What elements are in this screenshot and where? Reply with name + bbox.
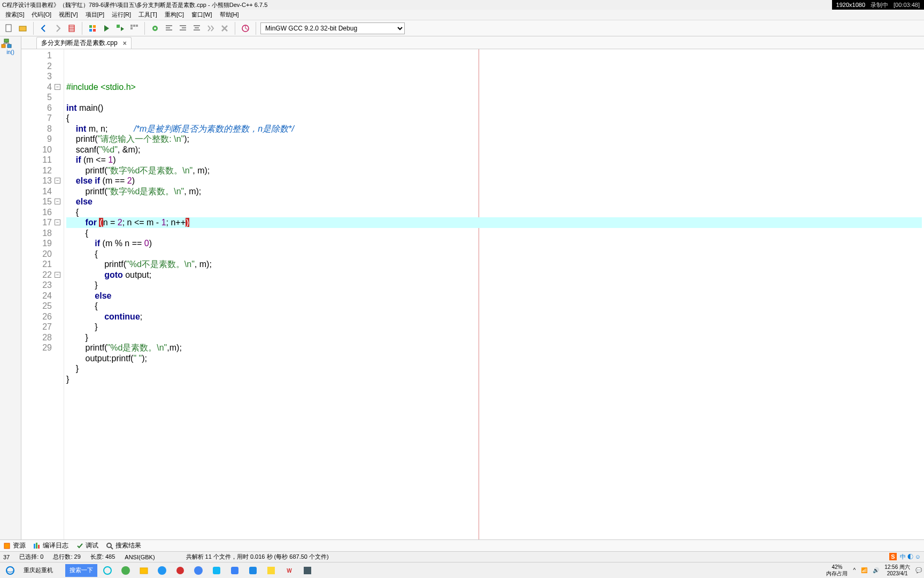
svg-rect-9 <box>133 25 135 27</box>
ding-icon[interactable] <box>227 564 243 577</box>
qq-icon[interactable] <box>209 564 225 577</box>
tab-bar: 多分支判断是否是素数.cpp × <box>21 36 924 49</box>
status-len: 长度: 485 <box>90 553 115 561</box>
menu-item[interactable]: 视图[V] <box>56 10 81 20</box>
compile-icon[interactable] <box>87 22 98 34</box>
svg-rect-4 <box>93 25 96 28</box>
svg-point-29 <box>194 566 203 575</box>
menu-item[interactable]: 项目[P] <box>82 10 107 20</box>
step-over-icon[interactable] <box>205 22 217 34</box>
status-bar: 37 已选择: 0 总行数: 29 长度: 485 ANSI(GBK) 共解析 … <box>0 551 924 562</box>
chrome-icon[interactable] <box>190 564 206 577</box>
menu-item[interactable]: 工具[T] <box>135 10 160 20</box>
tab-active[interactable]: 多分支判断是否是素数.cpp × <box>36 37 132 49</box>
open-file-icon[interactable] <box>17 22 29 34</box>
record-icon[interactable] <box>172 564 188 577</box>
menu-item[interactable]: 运行[R] <box>109 10 134 20</box>
bottom-tab[interactable]: 编译日志 <box>33 541 68 550</box>
ime-lang[interactable]: 中 ◐ ☺ <box>900 553 921 561</box>
window-title: C程序设计项目教程》（魏宇红）789-6课件\项目五\多分支判断是否是素数.cp… <box>2 1 267 9</box>
recorder-overlay: 1920x1080 录制中 [00:03:48] <box>832 0 924 10</box>
svg-point-25 <box>121 566 130 575</box>
svg-text:W: W <box>287 568 292 574</box>
code-editor[interactable]: 1234−5678910111213−1415−1617−1819202122−… <box>21 49 924 539</box>
debug-icon[interactable] <box>149 22 161 34</box>
menu-item[interactable]: 搜索[S] <box>2 10 27 20</box>
taskbar: 重庆起重机 搜索一下 W 42% 内存占用 ^ 📶 🔊 12:56 周六 202… <box>0 562 924 578</box>
status-col: 37 <box>3 554 10 560</box>
svg-rect-31 <box>231 567 238 574</box>
svg-rect-16 <box>2 44 5 48</box>
indent-right-icon[interactable] <box>177 22 189 34</box>
menu-item[interactable]: 重构[C] <box>161 10 187 20</box>
rec-time: [00:03:48] <box>894 2 920 8</box>
bottom-tab[interactable]: 资源 <box>3 541 26 550</box>
indent-left-icon[interactable] <box>163 22 175 34</box>
class-browser[interactable]: in() <box>0 36 21 539</box>
svg-point-23 <box>6 567 14 574</box>
close-icon[interactable]: × <box>123 40 127 47</box>
svg-point-27 <box>158 566 166 575</box>
todesk-icon[interactable] <box>245 564 261 577</box>
tray-mem[interactable]: 42% 内存占用 <box>826 564 848 577</box>
run-icon[interactable] <box>101 22 112 34</box>
new-file-icon[interactable] <box>3 22 15 34</box>
profile-icon[interactable] <box>240 22 251 34</box>
svg-rect-21 <box>38 545 40 549</box>
svg-rect-19 <box>34 544 35 549</box>
devcpp-icon[interactable] <box>299 564 315 577</box>
menu-bar: 搜索[S]代码[O]视图[V]项目[P]运行[R]工具[T]重构[C]窗口[W]… <box>0 10 924 20</box>
title-bar: C程序设计项目教程》（魏宇红）789-6课件\项目五\多分支判断是否是素数.cp… <box>0 0 924 10</box>
svg-point-24 <box>104 567 111 574</box>
tray-vol-icon[interactable]: 🔊 <box>873 567 879 573</box>
stop-icon[interactable] <box>219 22 230 34</box>
edge-icon[interactable] <box>118 564 134 577</box>
svg-rect-30 <box>213 567 220 574</box>
status-parse: 共解析 11 个文件，用时 0.016 秒 (每秒 687.50 个文件) <box>186 553 329 561</box>
rebuild-icon[interactable] <box>128 22 140 34</box>
svg-point-28 <box>176 567 184 574</box>
svg-rect-3 <box>89 25 92 28</box>
tray-up-icon[interactable]: ^ <box>853 567 856 573</box>
tray-clock[interactable]: 12:56 周六 2023/4/1 <box>884 564 910 577</box>
bottom-tab[interactable]: 调试 <box>76 541 98 550</box>
search-button[interactable]: 搜索一下 <box>65 564 97 577</box>
svg-rect-0 <box>6 25 11 32</box>
taskbar-search[interactable]: 重庆起重机 <box>20 565 63 576</box>
bookmark-icon[interactable] <box>66 22 78 34</box>
bottom-panel-tabs: 资源编译日志调试搜索结果 <box>0 539 924 551</box>
rec-status: 录制中 <box>871 1 888 9</box>
tab-label: 多分支判断是否是素数.cpp <box>41 39 118 48</box>
svg-rect-15 <box>4 39 9 42</box>
menu-item[interactable]: 代码[O] <box>28 10 55 20</box>
explorer-icon[interactable] <box>136 564 152 577</box>
forward-icon[interactable] <box>52 22 64 34</box>
svg-rect-18 <box>4 543 10 549</box>
left-panel-label: in() <box>1 49 20 55</box>
svg-rect-33 <box>267 567 275 574</box>
format-icon[interactable] <box>191 22 203 34</box>
browser-icon[interactable] <box>154 564 170 577</box>
cortana-icon[interactable] <box>99 564 116 577</box>
svg-rect-17 <box>7 44 11 48</box>
svg-rect-5 <box>89 29 92 32</box>
tray-net-icon[interactable]: 📶 <box>861 567 867 573</box>
svg-rect-7 <box>117 25 120 28</box>
menu-item[interactable]: 窗口[W] <box>188 10 215 20</box>
app-yellow-icon[interactable] <box>263 564 279 577</box>
svg-rect-26 <box>140 568 148 574</box>
menu-item[interactable]: 帮助[H] <box>217 10 242 20</box>
ie-icon[interactable] <box>2 564 18 577</box>
compiler-select[interactable]: MinGW GCC 9.2.0 32-bit Debug <box>260 22 405 34</box>
status-total: 总行数: 29 <box>53 553 80 561</box>
svg-rect-32 <box>249 567 257 574</box>
svg-rect-8 <box>130 25 133 27</box>
status-enc: ANSI(GBK) <box>125 554 155 560</box>
wps-icon[interactable]: W <box>281 564 297 577</box>
notification-icon[interactable]: 💬 <box>915 567 922 573</box>
code-content[interactable]: #include <stdio.h>int main(){ int m, n; … <box>64 49 924 539</box>
bottom-tab[interactable]: 搜索结果 <box>106 541 141 550</box>
ime-icon[interactable]: S <box>889 553 896 560</box>
compile-run-icon[interactable] <box>114 22 126 34</box>
back-icon[interactable] <box>38 22 50 34</box>
